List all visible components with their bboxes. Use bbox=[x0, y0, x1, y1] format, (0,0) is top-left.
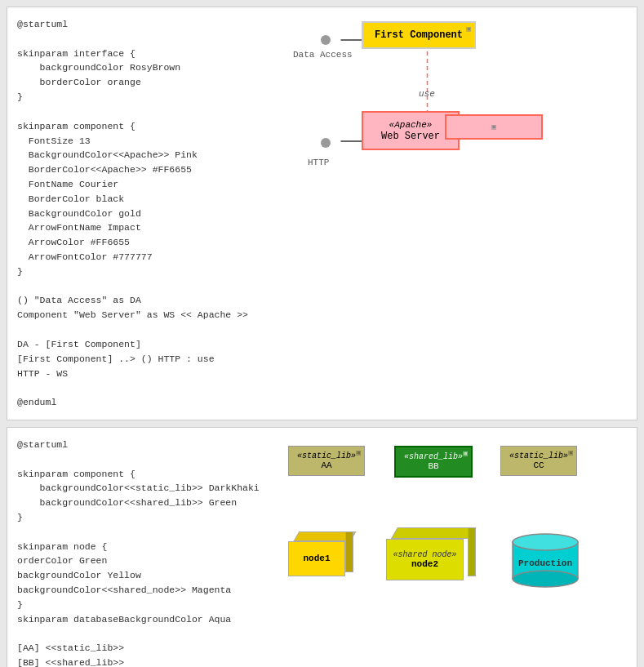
panel2-diagram: ▣ «static_lib» AA ▣ «shared_lib» BB ▣ «s… bbox=[280, 438, 627, 667]
panel-2: @startuml skinparam component { backgrou… bbox=[7, 427, 637, 667]
da-label: Data Access bbox=[293, 50, 353, 60]
node2-label: node2 bbox=[411, 559, 438, 569]
production-database: Production bbox=[509, 527, 582, 592]
node1-label: node1 bbox=[303, 554, 330, 563]
cc-stereotype: «static_lib» bbox=[509, 451, 568, 460]
node2-stereotype: «shared node» bbox=[393, 550, 456, 559]
bb-shared-lib-box: ▣ «shared_lib» BB bbox=[394, 446, 473, 478]
aa-stereotype: «static_lib» bbox=[297, 451, 356, 460]
da-interface-dot bbox=[321, 35, 331, 45]
bb-corner-icon: ▣ bbox=[464, 449, 468, 458]
cc-static-lib-box: ▣ «static_lib» CC bbox=[500, 446, 577, 476]
node1-container: node1 bbox=[288, 531, 353, 576]
component-corner-icon: ▣ bbox=[467, 24, 471, 33]
first-component-label: First Component bbox=[375, 29, 463, 41]
svg-point-5 bbox=[513, 571, 578, 587]
http-label: HTTP bbox=[308, 158, 329, 167]
cc-label: CC bbox=[533, 460, 544, 470]
cc-corner-icon: ▣ bbox=[569, 448, 573, 457]
panel1-diagram: Data Access ▣ First Component use HTTP ▣… bbox=[280, 17, 627, 205]
aa-corner-icon: ▣ bbox=[357, 448, 361, 457]
use-label: use bbox=[419, 89, 435, 99]
panel-1: @startuml skinparam interface { backgrou… bbox=[7, 7, 637, 420]
panel2-code: @startuml skinparam component { backgrou… bbox=[17, 438, 270, 667]
panel1-code: @startuml skinparam interface { backgrou… bbox=[17, 17, 270, 410]
bb-label: BB bbox=[428, 461, 438, 471]
apache-corner-icon: ▣ bbox=[445, 114, 543, 140]
aa-label: AA bbox=[321, 460, 331, 470]
first-component-box: ▣ First Component bbox=[362, 21, 476, 49]
http-interface-dot bbox=[321, 138, 331, 148]
svg-text:Production: Production bbox=[518, 558, 572, 568]
node2-container: «shared node» node2 bbox=[386, 527, 476, 580]
apache-label: Web Server bbox=[381, 131, 440, 142]
apache-web-server-box: ▣ «Apache» Web Server bbox=[362, 111, 460, 150]
aa-static-lib-box: ▣ «static_lib» AA bbox=[288, 446, 365, 476]
bb-stereotype: «shared_lib» bbox=[404, 452, 463, 461]
svg-point-6 bbox=[513, 534, 578, 550]
apache-stereotype: «Apache» bbox=[389, 120, 433, 130]
